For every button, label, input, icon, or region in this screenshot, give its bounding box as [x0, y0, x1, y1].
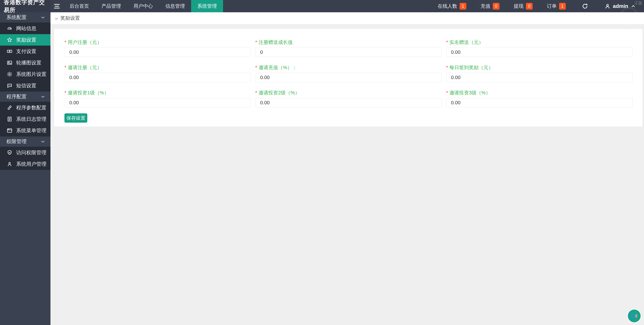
sidebar-item-system-menus[interactable]: 系统菜单管理 — [0, 125, 50, 136]
sidebar-item-label: 系统用户管理 — [16, 161, 46, 168]
sidebar-item-label: 轮播图设置 — [16, 60, 42, 66]
invite-invest-lv2-input[interactable] — [255, 98, 442, 107]
user-icon — [7, 161, 12, 167]
star-icon — [7, 37, 12, 43]
required-asterisk: * — [64, 90, 66, 96]
banknote-icon — [7, 48, 12, 54]
sidebar-item-program-params[interactable]: 程序参数配置 — [0, 102, 50, 114]
sidebar-item-carousel-settings[interactable]: 轮播图设置 — [0, 57, 50, 68]
sidebar-item-label: 程序参数配置 — [16, 104, 46, 111]
reward-settings-form: *用户注册（元） *注册赠送成长值 *实名赠送（元） *邀请注册（元） *邀请充… — [54, 29, 642, 107]
field-invite-register: *邀请注册（元） — [64, 64, 251, 82]
sidebar-item-label: 访问权限管理 — [16, 149, 46, 156]
field-realname-bonus: *实名赠送（元） — [446, 39, 632, 57]
invite-recharge-input[interactable] — [255, 73, 442, 82]
status-label: 在线人数 — [438, 3, 457, 10]
sidebar-item-website-info[interactable]: 网站信息 — [0, 23, 50, 34]
navbar-right: 在线人数 1 充值 0 提现 0 订单 1 admin — [430, 0, 644, 12]
breadcrumb-label: 奖励设置 — [60, 15, 80, 22]
required-asterisk: * — [255, 40, 257, 45]
field-label: *邀请注册（元） — [64, 64, 251, 71]
sidebar-item-label: 系统日志管理 — [16, 116, 46, 123]
sidebar-item-access-permissions[interactable]: 访问权限管理 — [0, 147, 50, 158]
field-invite-invest-lv2: *邀请投资2级（%） — [255, 90, 442, 107]
invite-register-input[interactable] — [64, 73, 251, 82]
sound-toggle-button[interactable] — [628, 310, 641, 322]
app-logo: 香港数字资产交易所 — [0, 0, 50, 12]
tab-info-management[interactable]: 信息管理 — [159, 0, 191, 12]
sidebar-item-reward-settings[interactable]: 奖励设置 — [0, 34, 50, 46]
chevron-down-icon — [40, 139, 46, 144]
menu-board-icon — [7, 128, 12, 134]
shield-check-icon — [7, 150, 12, 156]
sidebar-section-program-config[interactable]: 程序配置 — [0, 92, 50, 102]
chevron-down-icon — [40, 15, 46, 20]
sidebar-item-label: 系统图片设置 — [16, 71, 46, 78]
required-asterisk: * — [64, 40, 66, 45]
field-daily-signin-reward: *每日签到奖励（元） — [446, 64, 632, 82]
status-badge: 0 — [526, 3, 533, 10]
status-label: 充值 — [481, 3, 490, 10]
save-settings-button[interactable]: 保存设置 — [64, 114, 87, 123]
status-online-users[interactable]: 在线人数 1 — [430, 0, 474, 12]
field-label: *实名赠送（元） — [446, 39, 632, 46]
section-title: 程序配置 — [6, 93, 26, 100]
tab-user-center[interactable]: 用户中心 — [127, 0, 159, 12]
status-label: 提现 — [514, 3, 524, 10]
required-asterisk: * — [446, 90, 448, 96]
sidebar-item-payment-settings[interactable]: 支付设置 — [0, 46, 50, 57]
sidebar-item-label: 奖励设置 — [16, 36, 36, 44]
status-label: 订单 — [547, 3, 557, 10]
person-icon — [604, 3, 610, 9]
field-invite-recharge: *邀请充值（%）： — [255, 64, 442, 82]
status-withdraw[interactable]: 提现 0 — [506, 0, 540, 12]
section-items: 网站信息 奖励设置 支付设置 轮播图设置 系统图片设置 短信设置 — [0, 23, 50, 92]
username: admin — [613, 3, 628, 9]
invite-invest-lv3-input[interactable] — [446, 98, 632, 107]
sidebar-item-sms-settings[interactable]: 短信设置 — [0, 80, 50, 91]
breadcrumb-chevrons-icon: » — [55, 15, 58, 22]
status-badge: 1 — [559, 3, 566, 10]
invite-invest-lv1-input[interactable] — [64, 98, 251, 107]
user-register-input[interactable] — [64, 48, 251, 57]
sidebar-section-permission-mgmt[interactable]: 权限管理 — [0, 136, 50, 147]
field-invite-invest-lv3: *邀请投资3级（%） — [446, 90, 632, 107]
section-items: 程序参数配置 系统日志管理 系统菜单管理 — [0, 102, 50, 136]
sidebar-item-system-logs[interactable]: 系统日志管理 — [0, 114, 50, 125]
sidebar-item-system-users[interactable]: 系统用户管理 — [0, 158, 50, 170]
watermark-text: 正版 — [634, 0, 642, 6]
log-icon — [7, 116, 12, 122]
status-badge: 1 — [460, 3, 466, 10]
field-label: *每日签到奖励（元） — [446, 64, 632, 71]
sidebar-item-label: 支付设置 — [16, 48, 36, 55]
chevron-down-icon — [40, 94, 46, 99]
required-asterisk: * — [64, 65, 66, 70]
required-asterisk: * — [255, 90, 257, 96]
tab-system-management[interactable]: 系统管理 — [191, 0, 223, 12]
section-items: 访问权限管理 系统用户管理 — [0, 147, 50, 170]
required-asterisk: * — [446, 65, 448, 70]
status-orders[interactable]: 订单 1 — [540, 0, 573, 12]
tab-product-management[interactable]: 产品管理 — [95, 0, 127, 12]
chat-icon — [7, 83, 12, 88]
daily-signin-reward-input[interactable] — [446, 73, 632, 82]
tab-backend-home[interactable]: 后台首页 — [63, 0, 95, 12]
top-menu: 后台首页 产品管理 用户中心 信息管理 系统管理 — [63, 0, 223, 12]
field-label: *邀请投资3级（%） — [446, 90, 632, 96]
field-user-register: *用户注册（元） — [64, 39, 251, 57]
main-content: » 奖励设置 *用户注册（元） *注册赠送成长值 *实名赠送（元） *邀请注册（… — [50, 12, 644, 325]
hamburger-menu-icon[interactable] — [50, 0, 63, 12]
sidebar-item-system-image-settings[interactable]: 系统图片设置 — [0, 68, 50, 80]
realname-bonus-input[interactable] — [446, 48, 632, 57]
status-badge: 0 — [493, 3, 500, 10]
refresh-icon[interactable] — [573, 0, 597, 12]
field-invite-invest-lv1: *邀请投资1级（%） — [64, 90, 251, 107]
register-growth-input[interactable] — [255, 48, 442, 57]
image-icon — [7, 60, 12, 66]
field-label: *邀请投资2级（%） — [255, 90, 442, 96]
section-title: 系统配置 — [6, 14, 26, 21]
breadcrumb: » 奖励设置 — [50, 12, 644, 24]
status-recharge[interactable]: 充值 0 — [474, 0, 506, 12]
required-asterisk: * — [255, 65, 257, 70]
top-navbar: 香港数字资产交易所 后台首页 产品管理 用户中心 信息管理 系统管理 在线人数 … — [0, 0, 644, 12]
